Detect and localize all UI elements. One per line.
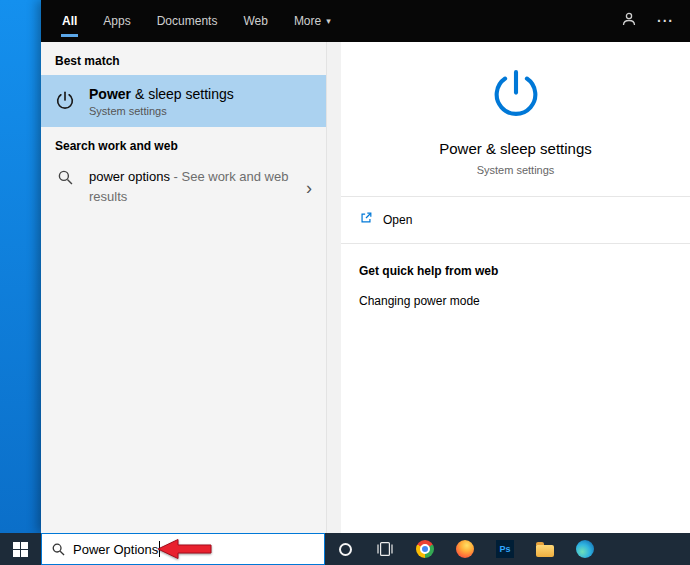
desktop-background <box>0 0 41 533</box>
tab-more[interactable]: More ▾ <box>281 0 344 42</box>
web-search-result[interactable]: power options - See work and web results… <box>41 160 326 216</box>
tab-apps[interactable]: Apps <box>90 0 143 42</box>
best-match-header: Best match <box>41 42 326 75</box>
photoshop-button[interactable]: Ps <box>485 533 525 565</box>
web-result-text: power options - See work and web results <box>89 167 295 206</box>
preview-subtitle: System settings <box>341 164 690 176</box>
result-title: Power & sleep settings <box>89 86 234 102</box>
help-header: Get quick help from web <box>359 264 672 278</box>
power-icon <box>41 90 89 112</box>
best-match-text: Power & sleep settings System settings <box>89 86 234 117</box>
edge-button[interactable] <box>565 533 605 565</box>
open-label: Open <box>383 213 412 227</box>
search-icon <box>41 167 89 206</box>
file-explorer-button[interactable] <box>525 533 565 565</box>
best-match-result[interactable]: Power & sleep settings System settings <box>41 75 326 127</box>
preview-header: Power & sleep settings System settings <box>341 42 690 197</box>
task-view-icon <box>376 542 394 556</box>
open-action[interactable]: Open <box>341 197 690 244</box>
power-icon-large <box>341 66 690 128</box>
topbar-actions: ··· <box>621 0 690 42</box>
chrome-button[interactable] <box>405 533 445 565</box>
edge-icon <box>576 540 594 558</box>
search-filter-bar: All Apps Documents Web More ▾ <box>41 0 690 42</box>
search-icon <box>52 543 65 556</box>
screen: All Apps Documents Web More ▾ <box>0 0 690 565</box>
tab-documents-label: Documents <box>157 14 218 28</box>
search-flyout: All Apps Documents Web More ▾ <box>41 0 690 533</box>
help-link-changing-power-mode[interactable]: Changing power mode <box>359 294 672 308</box>
tab-documents[interactable]: Documents <box>144 0 231 42</box>
ellipsis-icon[interactable]: ··· <box>657 13 674 29</box>
tab-all[interactable]: All <box>49 0 90 42</box>
taskbar: Power Options Ps <box>0 533 690 565</box>
task-view-button[interactable] <box>365 533 405 565</box>
tab-web[interactable]: Web <box>230 0 280 42</box>
result-subtitle: System settings <box>89 105 234 117</box>
cortana-button[interactable] <box>325 533 365 565</box>
tab-web-label: Web <box>243 14 267 28</box>
cortana-icon <box>339 543 352 556</box>
chrome-icon <box>416 540 434 558</box>
tab-all-label: All <box>62 14 77 28</box>
chevron-right-icon[interactable]: › <box>306 178 312 199</box>
search-results-pane: Best match Power & sleep settings System… <box>41 42 327 533</box>
tab-apps-label: Apps <box>103 14 130 28</box>
windows-logo-icon <box>13 542 28 557</box>
user-icon[interactable] <box>621 11 637 31</box>
search-input-value: Power Options <box>73 542 158 557</box>
tab-more-label: More <box>294 14 321 28</box>
annotation-arrow-icon <box>157 538 212 560</box>
firefox-button[interactable] <box>445 533 485 565</box>
start-button[interactable] <box>0 533 41 565</box>
folder-icon <box>536 545 554 557</box>
web-section-header: Search work and web <box>41 127 326 160</box>
preview-title: Power & sleep settings <box>341 140 690 157</box>
firefox-icon <box>456 540 474 558</box>
open-icon <box>359 211 373 229</box>
help-section: Get quick help from web Changing power m… <box>341 244 690 328</box>
chevron-down-icon: ▾ <box>326 16 331 26</box>
photoshop-icon: Ps <box>496 540 514 558</box>
preview-pane: Power & sleep settings System settings O… <box>341 42 690 533</box>
